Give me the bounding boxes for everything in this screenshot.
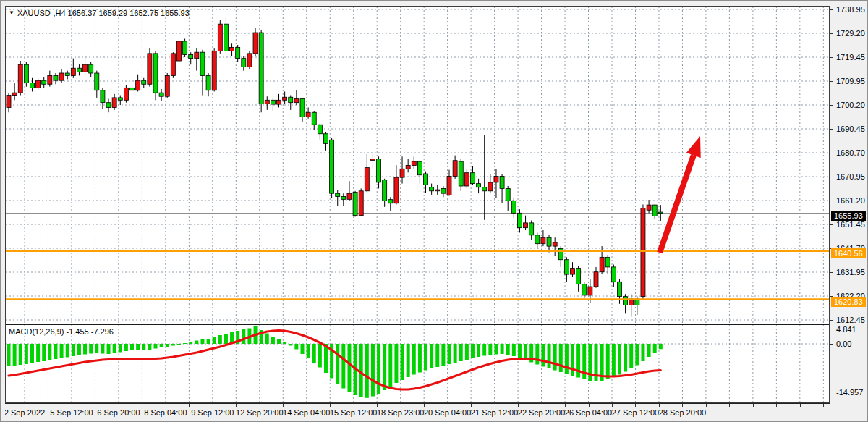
macd-histogram-bar[interactable]: [207, 339, 210, 344]
macd-histogram-bar[interactable]: [54, 344, 57, 359]
candle-body[interactable]: [488, 182, 493, 191]
macd-histogram-bar[interactable]: [565, 344, 569, 374]
candle-body[interactable]: [605, 257, 610, 267]
candle-body[interactable]: [312, 112, 316, 125]
candle-body[interactable]: [148, 54, 152, 84]
candle-body[interactable]: [242, 59, 246, 67]
macd-histogram-bar[interactable]: [195, 341, 198, 345]
chart-region[interactable]: ▼ XAUUSD-,H4 1656.37 1659.29 1652.75 165…: [5, 6, 830, 403]
candle-body[interactable]: [24, 64, 28, 83]
macd-histogram-bar[interactable]: [418, 344, 422, 373]
candle-body[interactable]: [647, 205, 651, 210]
candle-body[interactable]: [247, 54, 252, 67]
candle-body[interactable]: [12, 93, 17, 95]
macd-histogram-bar[interactable]: [277, 339, 281, 344]
macd-histogram-bar[interactable]: [101, 344, 104, 354]
candle-body[interactable]: [30, 83, 34, 88]
candle-body[interactable]: [165, 75, 169, 96]
trend-arrow-head[interactable]: [686, 136, 701, 158]
macd-histogram-bar[interactable]: [388, 344, 392, 387]
candle-body[interactable]: [365, 168, 369, 191]
candle-body[interactable]: [106, 103, 111, 108]
candle-body[interactable]: [377, 159, 381, 182]
macd-histogram-bar[interactable]: [142, 344, 145, 350]
candle-body[interactable]: [417, 161, 422, 175]
macd-signal-line[interactable]: [9, 331, 660, 390]
candle-body[interactable]: [253, 33, 258, 54]
candle-body[interactable]: [347, 193, 352, 199]
macd-histogram-bar[interactable]: [518, 344, 522, 358]
candle-body[interactable]: [136, 80, 140, 90]
macd-histogram-bar[interactable]: [548, 344, 551, 368]
candle-body[interactable]: [306, 112, 310, 117]
candle-body[interactable]: [464, 173, 469, 186]
candle-body[interactable]: [283, 97, 287, 100]
candle-body[interactable]: [611, 267, 616, 282]
macd-histogram-bar[interactable]: [124, 344, 128, 351]
candle-body[interactable]: [230, 47, 234, 51]
candle-body[interactable]: [212, 51, 216, 90]
macd-histogram-bar[interactable]: [377, 344, 380, 394]
candle-body[interactable]: [259, 33, 263, 104]
macd-histogram-bar[interactable]: [154, 344, 158, 349]
macd-histogram-bar[interactable]: [107, 344, 111, 354]
macd-histogram-bar[interactable]: [653, 344, 657, 353]
candle-body[interactable]: [271, 100, 275, 104]
candle-body[interactable]: [330, 140, 334, 193]
macd-histogram-bar[interactable]: [454, 344, 457, 363]
macd-histogram-bar[interactable]: [471, 344, 475, 358]
price-axis[interactable]: 1738.951729.201719.451709.951700.201690.…: [830, 6, 868, 403]
macd-histogram-bar[interactable]: [72, 344, 75, 356]
macd-histogram-bar[interactable]: [541, 344, 545, 367]
candle-body[interactable]: [588, 287, 592, 295]
candle-body[interactable]: [582, 284, 587, 295]
candle-body[interactable]: [130, 88, 135, 90]
macd-histogram-bar[interactable]: [294, 344, 298, 350]
candle-body[interactable]: [323, 134, 328, 144]
macd-histogram-bar[interactable]: [641, 344, 644, 361]
candle-body[interactable]: [176, 41, 181, 61]
candle-body[interactable]: [300, 99, 305, 117]
macd-histogram-bar[interactable]: [506, 344, 510, 355]
symbol-dropdown-icon[interactable]: ▼: [9, 9, 14, 17]
macd-histogram-bar[interactable]: [394, 344, 398, 383]
candle-body[interactable]: [506, 188, 510, 201]
macd-histogram-bar[interactable]: [435, 344, 439, 367]
candle-body[interactable]: [652, 205, 657, 216]
candle-body[interactable]: [59, 73, 64, 80]
macd-histogram-bar[interactable]: [612, 344, 616, 377]
candle-body[interactable]: [183, 41, 187, 55]
candle-body[interactable]: [388, 200, 393, 203]
candle-body[interactable]: [95, 73, 99, 90]
candle-body[interactable]: [359, 191, 363, 216]
candle-body[interactable]: [77, 68, 81, 72]
candle-body[interactable]: [7, 96, 11, 108]
candle-body[interactable]: [48, 75, 52, 84]
candle-body[interactable]: [89, 64, 93, 73]
candle-body[interactable]: [524, 223, 528, 228]
candle-body[interactable]: [600, 257, 604, 271]
candle-body[interactable]: [265, 100, 269, 104]
macd-histogram-bar[interactable]: [482, 344, 486, 356]
candle-body[interactable]: [159, 93, 163, 96]
macd-histogram-bar[interactable]: [501, 344, 504, 354]
candle-body[interactable]: [171, 54, 175, 76]
macd-histogram-bar[interactable]: [224, 334, 228, 344]
candle-body[interactable]: [517, 213, 522, 227]
candle-body[interactable]: [641, 208, 645, 297]
candle-body[interactable]: [153, 54, 158, 93]
macd-histogram-bar[interactable]: [441, 344, 445, 366]
macd-histogram-bar[interactable]: [66, 344, 69, 358]
candle-body[interactable]: [336, 193, 340, 196]
candle-body[interactable]: [383, 180, 387, 201]
macd-histogram-bar[interactable]: [271, 337, 275, 344]
candle-body[interactable]: [482, 187, 487, 191]
candle-body[interactable]: [424, 174, 428, 185]
macd-histogram-bar[interactable]: [535, 344, 539, 365]
macd-histogram-bar[interactable]: [289, 344, 292, 346]
macd-histogram-bar[interactable]: [365, 344, 369, 398]
macd-histogram-bar[interactable]: [512, 344, 516, 356]
macd-histogram-bar[interactable]: [312, 344, 316, 363]
macd-histogram-bar[interactable]: [183, 343, 187, 344]
macd-histogram-bar[interactable]: [318, 344, 322, 368]
